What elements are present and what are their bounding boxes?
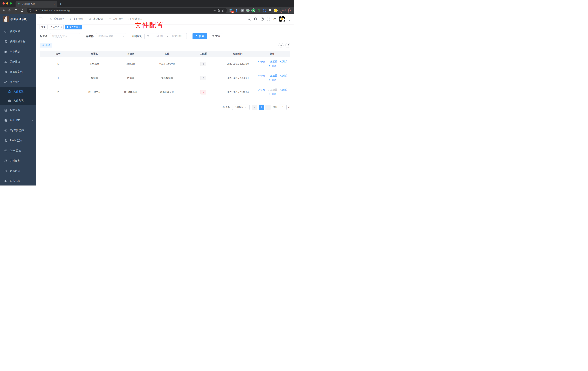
tag-profile[interactable]: 个人中心 × bbox=[49, 25, 63, 30]
edit-action[interactable]: 修改 bbox=[258, 60, 265, 63]
sidebar-item-api-log[interactable]: API 日志 bbox=[0, 115, 36, 125]
home-button[interactable] bbox=[20, 8, 25, 13]
sidebar-collapse-icon[interactable] bbox=[39, 17, 43, 21]
fullscreen-icon[interactable] bbox=[267, 17, 270, 21]
cell-name: 数据库 bbox=[76, 76, 113, 80]
sidebar: 芋道管理系统 代码生成 代码生成示例 表单构建 系统接口 bbox=[0, 14, 36, 186]
topnav-infrastructure[interactable]: 基础设施 bbox=[86, 14, 106, 24]
sidebar-item-form-builder[interactable]: 表单构建 bbox=[0, 47, 36, 57]
site-info-icon[interactable] bbox=[29, 9, 32, 12]
test-action[interactable]: 测试 bbox=[279, 88, 287, 91]
search-icon[interactable] bbox=[247, 17, 251, 21]
avatar-dropdown-icon[interactable] bbox=[289, 20, 291, 21]
sidebar-item-db-doc[interactable]: 数据库文档 bbox=[0, 67, 36, 77]
shield-check-icon bbox=[4, 40, 7, 43]
storage-select[interactable]: 请选择存储器 bbox=[96, 33, 126, 39]
sidebar-item-cron-job[interactable]: 定时任务 bbox=[0, 156, 36, 166]
extension-command-icon[interactable]: ⌘ bbox=[240, 8, 244, 12]
browser-update-button[interactable]: 更新 bbox=[280, 8, 291, 13]
sidebar-item-file-config[interactable]: 文件配置 bbox=[0, 87, 36, 96]
add-button[interactable]: 新增 bbox=[40, 43, 52, 48]
browser-menu-icon[interactable] bbox=[288, 9, 289, 11]
goto-page-input[interactable] bbox=[279, 105, 287, 110]
page-size-select[interactable]: 10条/页 bbox=[232, 105, 250, 110]
minimize-window-button[interactable] bbox=[6, 2, 8, 4]
sidebar-item-mysql-monitor[interactable]: MySQL 监控 bbox=[0, 125, 36, 136]
reset-button[interactable]: 重置 bbox=[209, 33, 223, 39]
config-name-label: 配置名 bbox=[40, 35, 48, 38]
tab-close-icon[interactable]: ✕ bbox=[54, 3, 56, 5]
extension-y-icon[interactable]: Y bbox=[251, 8, 255, 12]
sidebar-item-system-api[interactable]: 系统接口 bbox=[0, 57, 36, 67]
col-header-master: 主配置 bbox=[185, 52, 221, 55]
prev-page-button[interactable]: ‹ bbox=[252, 105, 257, 110]
sidebar-item-label: Redis 监控 bbox=[10, 139, 22, 142]
topnav-workflow[interactable]: 工作流程 bbox=[106, 14, 126, 24]
extension-green-dot-icon[interactable] bbox=[246, 8, 250, 12]
sidebar-item-log-center[interactable]: 日志中心 bbox=[0, 176, 36, 186]
close-icon[interactable]: × bbox=[61, 26, 62, 28]
sidebar-item-config-manage[interactable]: 配置管理 bbox=[0, 105, 36, 115]
next-page-button[interactable]: › bbox=[265, 105, 271, 110]
topnav-pay-manage[interactable]: ¥ 支付管理 bbox=[66, 14, 86, 24]
tag-file-config[interactable]: 文件配置 × bbox=[65, 25, 82, 30]
sidebar-item-trace[interactable]: 链路追踪 bbox=[0, 166, 36, 176]
master-config-action[interactable]: 主配置 bbox=[267, 74, 277, 77]
master-config-action[interactable]: 主配置 bbox=[267, 60, 277, 63]
config-name-input[interactable] bbox=[50, 33, 80, 39]
app-logo[interactable]: 芋道管理系统 bbox=[0, 14, 36, 24]
sidebar-item-file-manage[interactable]: 文件管理 bbox=[0, 77, 36, 87]
extension-grid-icon[interactable]: 11 bbox=[229, 8, 233, 12]
sidebar-item-label: API 日志 bbox=[10, 119, 20, 122]
sidebar-item-file-list[interactable]: 文件列表 bbox=[0, 96, 36, 105]
qr-avatar[interactable] bbox=[279, 16, 285, 22]
back-button[interactable] bbox=[1, 8, 6, 13]
address-bar[interactable]: 127.0.0.1:1024/infra/file/file-config bbox=[27, 8, 227, 13]
cell-name: S3 - 七牛云 bbox=[76, 91, 113, 94]
share-icon[interactable] bbox=[217, 9, 220, 12]
github-icon[interactable] bbox=[254, 17, 257, 21]
topnav-system-manage[interactable]: 系统管理 bbox=[47, 14, 66, 24]
sidebar-item-code-gen-example[interactable]: 代码生成示例 bbox=[0, 36, 36, 47]
edit-action[interactable]: 修改 bbox=[258, 74, 265, 77]
date-range-picker[interactable]: 开始日期 - 结束日期 bbox=[145, 33, 187, 39]
maximize-window-button[interactable] bbox=[10, 2, 12, 4]
browser-tab[interactable]: 芋道管理系统 ✕ bbox=[16, 1, 57, 7]
sidebar-item-code-gen[interactable]: 代码生成 bbox=[0, 26, 36, 36]
font-size-icon[interactable]: tT bbox=[273, 18, 276, 21]
toggle-search-button[interactable] bbox=[278, 43, 284, 48]
extension-eye-icon[interactable] bbox=[262, 8, 267, 12]
sidebar-item-label: 链路追踪 bbox=[10, 169, 20, 172]
edit-action[interactable]: 修改 bbox=[258, 88, 265, 91]
extension-puzzle-icon[interactable] bbox=[268, 8, 272, 12]
bookmark-star-icon[interactable] bbox=[221, 9, 225, 12]
test-action[interactable]: 测试 bbox=[279, 60, 287, 63]
extension-icons: 11 ⌘ Y bbox=[229, 8, 278, 12]
master-config-action[interactable]: 主配置 bbox=[267, 88, 277, 91]
forward-button[interactable] bbox=[7, 8, 12, 13]
test-action[interactable]: 测试 bbox=[279, 74, 287, 77]
table-row: 4 数据库 数据库 我是数据库 否 2022-03-15 23:56:24 修改… bbox=[40, 71, 290, 85]
extension-emoji-icon[interactable] bbox=[274, 8, 278, 12]
start-date-placeholder: 开始日期 bbox=[150, 35, 166, 38]
reload-button[interactable] bbox=[13, 8, 18, 13]
delete-action[interactable]: 删除 bbox=[268, 64, 276, 68]
refresh-list-button[interactable] bbox=[285, 43, 290, 48]
question-icon[interactable] bbox=[260, 17, 264, 21]
search-button[interactable]: 搜索 bbox=[192, 33, 207, 39]
end-date-placeholder: 结束日期 bbox=[169, 35, 185, 38]
delete-action[interactable]: 删除 bbox=[268, 93, 276, 96]
top-nav: 系统管理 ¥ 支付管理 基础设施 工作流程 bbox=[47, 14, 145, 24]
close-icon[interactable]: × bbox=[79, 26, 80, 28]
new-tab-button[interactable]: + bbox=[60, 2, 62, 6]
delete-action[interactable]: 删除 bbox=[268, 79, 276, 82]
page-number-button[interactable]: 1 bbox=[259, 105, 264, 110]
tag-home[interactable]: 首页 bbox=[40, 25, 48, 30]
sidebar-item-redis-monitor[interactable]: Redis 监控 bbox=[0, 136, 36, 146]
extension-star-icon[interactable] bbox=[257, 8, 261, 12]
search-icon bbox=[195, 35, 198, 38]
close-window-button[interactable] bbox=[2, 2, 5, 4]
extension-kite-icon[interactable] bbox=[235, 8, 239, 12]
sidebar-item-java-monitor[interactable]: Java 监控 bbox=[0, 146, 36, 156]
password-key-icon[interactable] bbox=[213, 9, 216, 12]
